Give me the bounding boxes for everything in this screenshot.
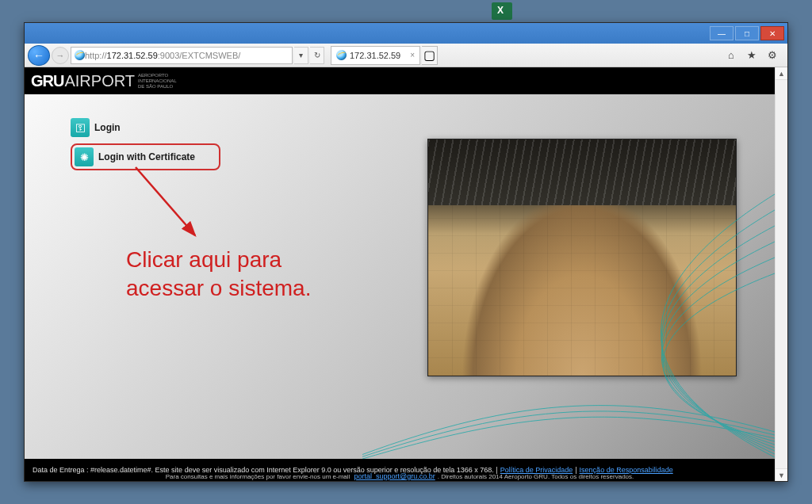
new-tab-button[interactable]: ▢ <box>422 46 438 65</box>
footer-copyright: . Direitos autorais 2014 Aeroporto GRU. … <box>438 473 634 480</box>
excel-taskbar-icon <box>492 2 512 20</box>
tab-title: 172.31.52.59 <box>350 51 400 60</box>
tab-close-button[interactable]: × <box>410 51 415 59</box>
svg-line-0 <box>136 167 195 235</box>
favorites-icon[interactable]: ★ <box>745 48 759 63</box>
logo-sub-line: Aeroporto <box>138 73 177 78</box>
nav-forward-button[interactable]: → <box>52 47 69 64</box>
browser-tab[interactable]: 172.31.52.59 × <box>331 46 420 65</box>
presentation-canvas: — □ ✕ ← → http://172.31.52.59:9003/EXTCM… <box>0 0 812 504</box>
ie-globe-icon <box>336 50 347 60</box>
warehouse-image <box>427 139 737 376</box>
login-options: ⚿ Login ✺ Login with Certificate <box>71 118 220 170</box>
browser-window: — □ ✕ ← → http://172.31.52.59:9003/EXTCM… <box>24 22 788 482</box>
login-certificate-link[interactable]: ✺ Login with Certificate <box>71 143 220 170</box>
key-icon: ⚿ <box>71 118 90 137</box>
url-path: :9003/EXTCMSWEB/ <box>158 51 241 60</box>
logo-sub-line: Internacional <box>138 78 177 84</box>
page-body: GRU AIRPORT Aeroporto Internacional de S… <box>25 67 775 481</box>
page-viewport: GRU AIRPORT Aeroporto Internacional de S… <box>25 67 787 481</box>
logo-sub-line: de São Paulo <box>138 84 177 90</box>
browser-tool-icons: ⌂ ★ ⚙ <box>724 48 784 63</box>
site-footer: Data de Entrega : #release.datetime#. Es… <box>25 459 775 481</box>
annotation-line: Clicar aqui para <box>126 246 311 274</box>
address-dropdown-button[interactable]: ▾ <box>294 47 308 64</box>
window-close-button[interactable]: ✕ <box>760 26 784 40</box>
scroll-down-button[interactable]: ▼ <box>776 468 787 481</box>
annotation-text: Clicar aqui para acessar o sistema. <box>126 246 311 304</box>
refresh-button[interactable]: ↻ <box>310 47 324 64</box>
browser-toolbar: ← → http://172.31.52.59:9003/EXTCMSWEB/ … <box>25 44 787 67</box>
window-maximize-button[interactable]: □ <box>735 26 759 40</box>
ie-globe-icon <box>75 50 85 60</box>
address-bar[interactable]: http://172.31.52.59:9003/EXTCMSWEB/ <box>71 47 293 64</box>
gear-icon: ✺ <box>75 147 94 166</box>
tools-gear-icon[interactable]: ⚙ <box>765 48 779 63</box>
login-standard-label: Login <box>94 122 121 133</box>
annotation-line: acessar o sistema. <box>126 274 311 303</box>
home-icon[interactable]: ⌂ <box>724 48 738 63</box>
footer-support-email[interactable]: portal_support@gru.co.br <box>354 472 435 480</box>
url-host: 172.31.52.59 <box>107 51 158 60</box>
annotation-arrow <box>120 162 231 258</box>
vertical-scrollbar[interactable]: ▲ ▼ <box>775 67 787 481</box>
site-header: GRU AIRPORT Aeroporto Internacional de S… <box>25 67 775 94</box>
footer-contact-prefix: Para consultas e mais informações por fa… <box>166 473 352 480</box>
scroll-up-button[interactable]: ▲ <box>776 67 787 80</box>
footer-line2: Para consultas e mais informações por fa… <box>25 472 775 480</box>
nav-back-button[interactable]: ← <box>28 45 50 66</box>
logo-gru: GRU <box>31 72 63 90</box>
login-certificate-label: Login with Certificate <box>98 151 195 162</box>
login-standard-link[interactable]: ⚿ Login <box>71 118 220 137</box>
window-titlebar: — □ ✕ <box>25 23 787 44</box>
window-minimize-button[interactable]: — <box>710 26 733 40</box>
logo-airport: AIRPORT <box>64 72 135 90</box>
logo-subtitle: Aeroporto Internacional de São Paulo <box>138 73 177 90</box>
url-scheme: http:// <box>85 51 107 60</box>
